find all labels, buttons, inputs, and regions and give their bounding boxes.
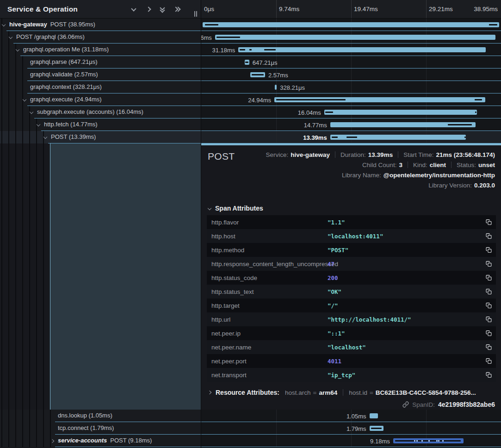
span-bar[interactable] (324, 110, 477, 115)
span-bar[interactable] (238, 47, 486, 52)
chevron-down-icon[interactable] (43, 135, 47, 139)
grid-line (276, 410, 277, 422)
chevron-down-icon[interactable] (2, 23, 6, 26)
span-row[interactable]: dns.lookup (1.05ms) (0, 410, 201, 422)
chevron-down-icon[interactable] (30, 110, 33, 114)
span-bar[interactable] (215, 35, 496, 40)
span-bar-row[interactable]: 36.06ms (201, 31, 501, 44)
indent-guide (22, 68, 23, 81)
attribute-value: "ip_tcp" (328, 372, 355, 379)
copy-button[interactable] (484, 231, 493, 241)
indent-guide (1, 93, 2, 106)
span-row[interactable]: graphql.parse (647.21μs) (0, 56, 201, 68)
copy-button[interactable] (484, 329, 493, 338)
span-bar[interactable] (393, 438, 464, 443)
indent-guide (1, 131, 2, 143)
attribute-row: http.flavor"1.1" (207, 215, 496, 229)
copy-button[interactable] (484, 245, 493, 255)
copy-icon (486, 247, 492, 253)
chevron-down-icon[interactable] (23, 98, 26, 101)
resource-attributes-header[interactable]: Resource Attributes: host.arch = arm64 h… (208, 388, 476, 397)
chevron-right-icon[interactable] (50, 439, 54, 443)
span-bar-row[interactable]: 647.21μs (201, 56, 501, 68)
span-row[interactable]: POST (13.39ms) (0, 131, 201, 143)
bar-segment (240, 49, 245, 50)
start-time-label: Start Time: (403, 151, 433, 158)
copy-button[interactable] (484, 273, 493, 282)
span-row[interactable]: graphql.execute (24.94ms) (0, 93, 201, 106)
copy-button[interactable] (484, 370, 493, 380)
span-bar-row[interactable]: 31.18ms (201, 44, 501, 56)
grid-line (426, 68, 427, 81)
span-row[interactable]: graphql.operation Me (31.18ms) (0, 44, 201, 56)
chevron-down-icon[interactable] (131, 6, 137, 12)
span-id-label: SpanID: (412, 401, 435, 408)
attribute-key: http.flavor (211, 219, 239, 226)
indent-guide (1, 31, 2, 44)
span-row[interactable]: graphql.context (328.21μs) (0, 81, 201, 93)
span-bar-row[interactable]: 2.57ms (201, 68, 501, 81)
panel-resize-handle[interactable] (194, 11, 198, 17)
copy-button[interactable] (484, 315, 493, 324)
collapse-all-icon[interactable] (160, 6, 166, 12)
bar-duration-label: 31.18ms (212, 46, 235, 53)
chevron-right-icon[interactable] (145, 6, 152, 12)
span-row[interactable]: service-accountsPOST (9.18ms) (0, 435, 201, 447)
span-attributes-header[interactable]: Span Attributes (208, 205, 263, 212)
span-bar-row[interactable] (201, 19, 501, 31)
attribute-row: net.peer.name"localhost" (207, 340, 496, 354)
span-row[interactable]: tcp.connect (1.79ms) (0, 422, 201, 435)
copy-button[interactable] (484, 287, 493, 296)
span-bar[interactable] (330, 135, 466, 140)
span-row[interactable]: http.fetch (14.77ms) (0, 118, 201, 131)
grid-line (276, 131, 277, 143)
span-bar[interactable] (275, 85, 277, 90)
service-value: hive-gateway (291, 151, 330, 158)
link-icon[interactable] (402, 401, 409, 408)
span-bar-row[interactable]: 16.04ms (201, 106, 501, 118)
copy-icon (486, 316, 492, 323)
chevron-down-icon[interactable] (37, 123, 40, 126)
span-bar[interactable] (274, 97, 485, 102)
span-bar[interactable] (370, 426, 383, 431)
copy-button[interactable] (484, 259, 493, 268)
indent-guide (8, 81, 9, 93)
span-row-label: tcp.connect (1.79ms) (58, 422, 114, 434)
copy-button[interactable] (484, 356, 493, 366)
expand-all-icon[interactable] (174, 6, 180, 12)
span-bar[interactable] (250, 72, 265, 77)
copy-button[interactable] (484, 342, 493, 352)
span-bar-row[interactable]: 13.39ms (201, 131, 501, 143)
copy-button[interactable] (484, 301, 493, 310)
chevron-down-icon[interactable] (16, 48, 19, 51)
span-bar-row[interactable]: 1.79ms (201, 422, 501, 435)
span-bar-row[interactable]: 328.21μs (201, 81, 501, 93)
span-bar[interactable] (245, 60, 249, 65)
span-bar[interactable] (203, 22, 500, 27)
span-bar-row[interactable]: 1.05ms (201, 410, 501, 422)
attribute-key: http.status_code (211, 274, 257, 281)
indent-guide (22, 56, 23, 68)
span-row[interactable]: graphql.validate (2.57ms) (0, 68, 201, 81)
span-row[interactable]: subgraph.execute (accounts) (16.04ms) (0, 106, 201, 118)
timeline-ruler[interactable]: 0μs 9.74ms 19.47ms 29.21ms 38.95ms (201, 0, 501, 19)
span-bars: 36.06ms31.18ms647.21μs2.57ms328.21μs24.9… (201, 19, 501, 143)
span-bar-row[interactable]: 24.94ms (201, 93, 501, 106)
bar-duration-label: 2.57ms (268, 71, 288, 78)
copy-button[interactable] (484, 218, 493, 227)
indent-guide (43, 422, 44, 435)
span-row[interactable]: hive-gatewayPOST (38.95ms) (0, 19, 201, 31)
span-bar[interactable] (330, 122, 476, 127)
bar-dot (416, 440, 418, 442)
span-attributes-heading: Span Attributes (215, 205, 263, 212)
attribute-row: http.url"http://localhost:4011/" (207, 312, 496, 326)
span-bar[interactable] (370, 413, 378, 418)
chevron-down-icon[interactable] (9, 35, 12, 39)
row-divider (55, 447, 201, 447)
attribute-key: http.response_content_length_uncompresse… (211, 261, 338, 268)
service-label: Service: (266, 151, 288, 158)
attribute-value: "::1" (328, 330, 345, 337)
span-bar-row[interactable]: 14.77ms (201, 118, 501, 131)
span-bar-row[interactable]: 9.18ms (201, 435, 501, 447)
span-row[interactable]: POST /graphql (36.06ms) (0, 31, 201, 44)
